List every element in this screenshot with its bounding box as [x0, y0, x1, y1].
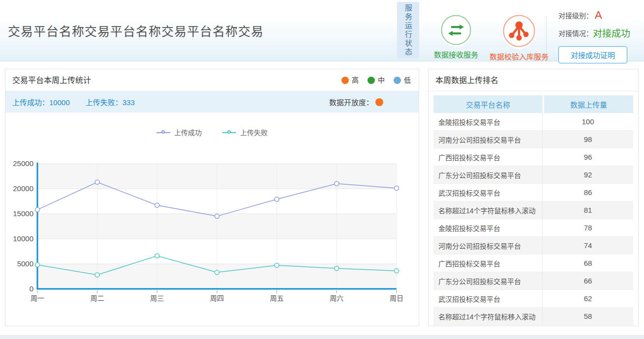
- svg-text:15000: 15000: [13, 209, 33, 218]
- openness-legend-item: 中: [368, 69, 385, 91]
- legend-dot-icon: [394, 77, 401, 84]
- series-legend-item[interactable]: 上传成功: [156, 127, 202, 137]
- series-marker-icon: [222, 130, 236, 135]
- upload-amount-cell: 78: [543, 219, 633, 236]
- table-row[interactable]: 河南分公司招投标交易平台98: [433, 131, 633, 148]
- legend-dot-icon: [368, 77, 375, 84]
- tab-service-run-status[interactable]: 服务运行状态: [397, 2, 419, 58]
- svg-text:25000: 25000: [13, 159, 33, 168]
- upload-rank-table: 交易平台名称 数据上传量 金陵招投标交易平台100河南分公司招投标交易平台98广…: [433, 95, 633, 325]
- platform-name-cell: 名称超过14个字符鼠标移入滚动: [433, 308, 543, 325]
- table-row[interactable]: 广西招投标交易平台96: [433, 148, 633, 166]
- platform-name-cell: 广西招投标交易平台: [433, 254, 543, 272]
- upload-stats-row: 上传成功：10000 上传失败：333 数据开放度：: [5, 91, 419, 113]
- weekly-upload-panel: 交易平台本周上传统计 高中低 上传成功：10000 上传失败：333 数据开放度…: [5, 69, 419, 326]
- table-row[interactable]: 金陵招投标交易平台100: [433, 113, 633, 131]
- svg-text:周四: 周四: [210, 294, 224, 302]
- svg-text:10000: 10000: [13, 234, 33, 243]
- platform-name-cell: 武汉招投标交易平台: [433, 184, 543, 201]
- legend-dot-icon: [341, 77, 349, 84]
- svg-text:周三: 周三: [150, 294, 164, 302]
- upload-rank-title: 本周数据上传排名: [435, 69, 498, 91]
- table-row[interactable]: 武汉招投标交易平台62: [433, 290, 633, 308]
- upload-line-chart[interactable]: 0500010000150002000025000周一周二周三周四周五周六周日: [5, 149, 420, 311]
- weekly-upload-title: 交易平台本周上传统计: [12, 69, 91, 91]
- table-row[interactable]: 广西招投标交易平台68: [433, 254, 633, 272]
- table-row[interactable]: 名称超过14个字符鼠标移入滚动58: [433, 308, 633, 325]
- upload-amount-cell: 100: [543, 113, 633, 130]
- column-upload-amount: 数据上传量: [543, 95, 633, 113]
- platform-name-cell: 广东分公司招投标交易平台: [433, 166, 543, 183]
- openness-dot-icon: [375, 98, 383, 106]
- upload-success-stat: 上传成功：10000: [12, 97, 70, 107]
- series-marker-icon: [156, 130, 170, 135]
- chart-legend: 上传成功上传失败: [5, 127, 419, 137]
- upload-fail-stat: 上传失败：333: [86, 97, 135, 107]
- upload-rank-panel: 本周数据上传排名 交易平台名称 数据上传量 金陵招投标交易平台100河南分公司招…: [428, 69, 639, 326]
- table-header: 交易平台名称 数据上传量: [433, 95, 633, 113]
- upload-amount-cell: 66: [543, 272, 633, 289]
- page-header: 交易平台名称交易平台名称交易平台名称交易 服务运行状态 数据接收服务: [0, 0, 644, 61]
- upload-amount-cell: 92: [543, 166, 633, 183]
- header-divider: [546, 16, 547, 54]
- upload-amount-cell: 81: [543, 201, 633, 219]
- platform-name-cell: 名称超过14个字符鼠标移入滚动: [433, 201, 543, 219]
- upload-amount-cell: 86: [543, 184, 633, 201]
- footer-strip: [0, 335, 644, 339]
- platform-name-cell: 武汉招投标交易平台: [433, 290, 543, 307]
- upload-amount-cell: 58: [543, 308, 633, 325]
- svg-text:周日: 周日: [390, 294, 403, 302]
- swap-arrows-icon[interactable]: [441, 15, 471, 47]
- level-label: 对接级别：: [558, 10, 593, 20]
- page-title: 交易平台名称交易平台名称交易平台名称交易: [8, 22, 264, 39]
- openness-legend-item: 高: [341, 69, 359, 91]
- dashboard-page: 交易平台名称交易平台名称交易平台名称交易 服务运行状态 数据接收服务: [0, 0, 644, 339]
- table-body: 金陵招投标交易平台100河南分公司招投标交易平台98广西招投标交易平台96广东分…: [433, 113, 633, 325]
- connection-info: 对接级别： A 对接情况： 对接成功 对接成功证明: [558, 9, 640, 63]
- svg-text:5000: 5000: [17, 259, 33, 268]
- table-row[interactable]: 广东分公司招投标交易平台92: [433, 166, 633, 184]
- svg-text:20000: 20000: [13, 184, 33, 193]
- table-row[interactable]: 名称超过14个字符鼠标移入滚动81: [433, 201, 633, 219]
- table-row[interactable]: 金陵招投标交易平台78: [433, 219, 633, 237]
- service-data-validate[interactable]: 数据校验入库服务: [487, 15, 551, 61]
- level-value: A: [595, 9, 602, 22]
- svg-text:周五: 周五: [270, 294, 284, 302]
- openness-legend: 高中低: [341, 69, 411, 91]
- platform-name-cell: 金陵招投标交易平台: [433, 113, 543, 130]
- column-platform-name: 交易平台名称: [433, 95, 543, 113]
- platform-name-cell: 河南分公司招投标交易平台: [433, 237, 543, 254]
- platform-name-cell: 河南分公司招投标交易平台: [433, 131, 543, 148]
- openness-legend-item: 低: [394, 69, 411, 91]
- share-network-icon[interactable]: [503, 15, 535, 49]
- service-data-receive-label: 数据接收服务: [429, 49, 483, 59]
- status-label: 对接情况：: [558, 28, 593, 38]
- service-data-validate-label: 数据校验入库服务: [487, 51, 551, 61]
- svg-text:周六: 周六: [330, 294, 343, 302]
- upload-amount-cell: 68: [543, 254, 633, 272]
- upload-amount-cell: 74: [543, 237, 633, 254]
- status-value: 对接成功: [593, 26, 630, 39]
- upload-amount-cell: 98: [543, 131, 633, 148]
- series-legend-item[interactable]: 上传失败: [222, 127, 268, 137]
- svg-text:0: 0: [30, 284, 33, 293]
- table-row[interactable]: 广东分公司招投标交易平台66: [433, 272, 633, 290]
- platform-name-cell: 广东分公司招投标交易平台: [433, 272, 543, 289]
- connection-cert-button[interactable]: 对接成功证明: [558, 46, 627, 63]
- svg-text:周一: 周一: [31, 294, 44, 302]
- table-row[interactable]: 武汉招投标交易平台86: [433, 184, 633, 201]
- data-openness: 数据开放度：: [329, 97, 383, 107]
- upload-amount-cell: 62: [543, 290, 633, 307]
- service-data-receive[interactable]: 数据接收服务: [429, 15, 483, 59]
- table-row[interactable]: 河南分公司招投标交易平台74: [433, 237, 633, 254]
- data-openness-label: 数据开放度：: [329, 97, 373, 107]
- upload-amount-cell: 96: [543, 148, 633, 166]
- platform-name-cell: 广西招投标交易平台: [433, 148, 543, 166]
- platform-name-cell: 金陵招投标交易平台: [433, 219, 543, 236]
- svg-text:周二: 周二: [91, 294, 104, 302]
